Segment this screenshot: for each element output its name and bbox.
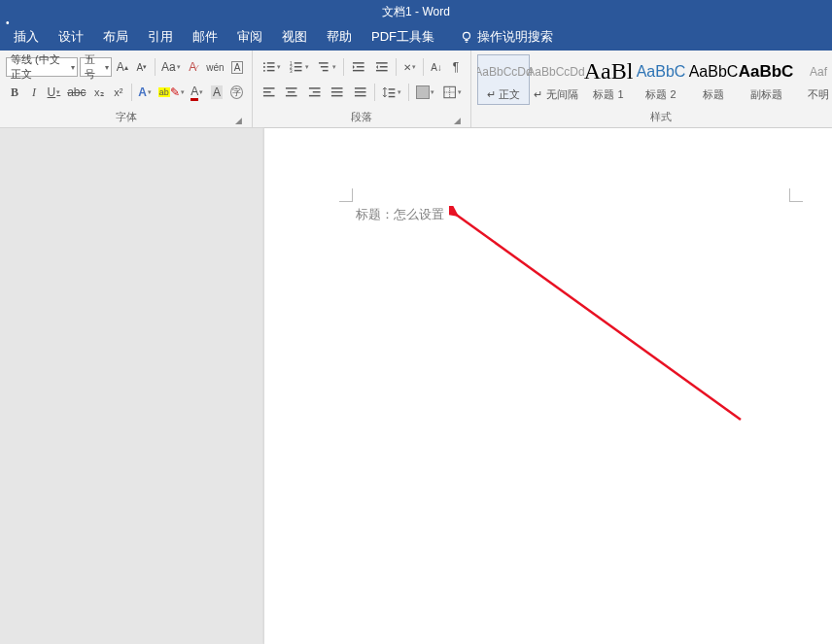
svg-rect-20 bbox=[380, 66, 388, 67]
shading-button[interactable]: ▾ bbox=[413, 83, 436, 102]
highlight-button[interactable]: ab✎▾ bbox=[156, 83, 187, 102]
styles-gallery[interactable]: AaBbCcDd↵ 正文AaBbCcDd↵ 无间隔AaBl标题 1AaBbC标题… bbox=[477, 54, 832, 110]
style-tile[interactable]: Aaf不明 bbox=[792, 54, 832, 105]
font-size-combo[interactable]: 五号 bbox=[80, 57, 112, 77]
group-paragraph: ▾ 123▾ ▾ ✕▾ A↓ ¶ ▾ ▾ bbox=[253, 51, 471, 127]
show-marks-button[interactable]: ¶ bbox=[447, 57, 465, 77]
tab-insert[interactable]: 插入 bbox=[4, 23, 49, 51]
svg-rect-22 bbox=[263, 87, 275, 88]
subscript-button[interactable]: x₂ bbox=[90, 83, 108, 102]
asian-layout-button[interactable]: ✕▾ bbox=[400, 57, 419, 77]
decrease-indent-button[interactable] bbox=[348, 57, 369, 77]
svg-rect-16 bbox=[353, 62, 364, 63]
style-name: 标题 2 bbox=[645, 87, 676, 102]
tab-mailings[interactable]: 邮件 bbox=[183, 23, 227, 51]
char-shading-button[interactable]: A bbox=[208, 83, 225, 102]
svg-rect-29 bbox=[313, 91, 321, 92]
sort-button[interactable]: A↓ bbox=[428, 57, 445, 77]
align-left-icon bbox=[261, 85, 276, 100]
svg-rect-2 bbox=[267, 62, 275, 63]
clear-format-button[interactable]: A⁄ bbox=[185, 57, 202, 77]
outdent-icon bbox=[351, 59, 366, 75]
line-spacing-button[interactable]: ▾ bbox=[379, 83, 404, 102]
align-justify-button[interactable] bbox=[327, 83, 347, 102]
style-name: ↵ 正文 bbox=[487, 87, 520, 102]
style-tile[interactable]: AaBbC副标题 bbox=[740, 54, 792, 105]
document-area: 标题：怎么设置 bbox=[0, 128, 832, 644]
svg-rect-8 bbox=[295, 62, 302, 63]
tab-design[interactable]: 设计 bbox=[49, 23, 93, 51]
tab-pdf-tools[interactable]: PDF工具集 bbox=[362, 23, 444, 51]
shade-icon bbox=[416, 85, 429, 99]
align-center-button[interactable] bbox=[281, 83, 301, 102]
style-tile[interactable]: AaBbC标题 2 bbox=[635, 54, 687, 105]
char-border-button[interactable]: A bbox=[228, 57, 246, 77]
tab-layout[interactable]: 布局 bbox=[93, 23, 138, 51]
svg-rect-31 bbox=[331, 87, 343, 88]
svg-rect-38 bbox=[389, 92, 396, 93]
svg-rect-21 bbox=[376, 70, 388, 71]
multilevel-icon bbox=[317, 59, 331, 75]
title-bar: • 文档1 - Word bbox=[0, 0, 832, 23]
page-gutter bbox=[0, 128, 264, 644]
align-left-button[interactable] bbox=[259, 83, 279, 102]
svg-rect-10 bbox=[295, 66, 302, 67]
style-tile[interactable]: AaBbC标题 bbox=[687, 54, 740, 105]
tab-help[interactable]: 帮助 bbox=[317, 23, 362, 51]
style-name: 标题 bbox=[703, 87, 724, 102]
numbering-icon: 123 bbox=[289, 59, 303, 75]
align-center-icon bbox=[284, 85, 298, 100]
strikethrough-button[interactable]: abc bbox=[65, 83, 88, 102]
svg-rect-15 bbox=[323, 70, 329, 71]
svg-rect-35 bbox=[355, 91, 366, 92]
align-right-icon bbox=[307, 85, 322, 100]
align-right-button[interactable] bbox=[304, 83, 325, 102]
svg-text:3: 3 bbox=[290, 69, 293, 74]
style-preview: AaBbC bbox=[689, 58, 739, 85]
bold-button[interactable]: B bbox=[6, 83, 23, 102]
borders-button[interactable]: ▾ bbox=[439, 83, 465, 102]
font-family-combo[interactable]: 等线 (中文正文 bbox=[6, 57, 78, 77]
text-effects-button[interactable]: A▾ bbox=[136, 83, 155, 102]
tell-me-label: 操作说明搜索 bbox=[477, 28, 553, 46]
font-dialog-launcher[interactable]: ◢ bbox=[232, 114, 244, 125]
tab-review[interactable]: 审阅 bbox=[227, 23, 272, 51]
style-tile[interactable]: AaBbCcDd↵ 正文 bbox=[477, 54, 530, 105]
document-page[interactable]: 标题：怎么设置 bbox=[264, 128, 832, 644]
font-group-label: 字体 ◢ bbox=[6, 110, 246, 127]
svg-rect-25 bbox=[286, 87, 297, 88]
numbering-button[interactable]: 123▾ bbox=[286, 57, 311, 77]
style-tile[interactable]: AaBl标题 1 bbox=[582, 54, 635, 105]
style-tile[interactable]: AaBbCcDd↵ 无间隔 bbox=[530, 54, 582, 105]
window-title: 文档1 - Word bbox=[382, 4, 450, 20]
tell-me-search[interactable]: 操作说明搜索 bbox=[452, 28, 561, 46]
svg-rect-17 bbox=[357, 66, 364, 67]
margin-mark-tr bbox=[789, 188, 803, 202]
svg-rect-33 bbox=[331, 95, 343, 96]
margin-mark-tl bbox=[339, 188, 353, 202]
document-text[interactable]: 标题：怎么设置 bbox=[356, 206, 444, 223]
change-case-button[interactable]: Aa▾ bbox=[159, 57, 183, 77]
align-distributed-button[interactable] bbox=[350, 83, 370, 102]
underline-button[interactable]: U▾ bbox=[45, 83, 63, 102]
italic-button[interactable]: I bbox=[25, 83, 43, 102]
font-color-button[interactable]: A▾ bbox=[189, 83, 206, 102]
shrink-font-button[interactable]: A▾ bbox=[133, 57, 151, 77]
svg-rect-30 bbox=[309, 95, 321, 96]
svg-rect-32 bbox=[331, 91, 343, 92]
svg-rect-34 bbox=[355, 87, 366, 88]
grow-font-button[interactable]: A▴ bbox=[114, 57, 131, 77]
tab-references[interactable]: 引用 bbox=[138, 23, 183, 51]
svg-rect-24 bbox=[263, 95, 275, 96]
svg-rect-26 bbox=[288, 91, 295, 92]
multilevel-button[interactable]: ▾ bbox=[314, 57, 339, 77]
phonetic-guide-button[interactable]: wén bbox=[204, 57, 226, 77]
enclose-char-button[interactable]: 字 bbox=[227, 83, 246, 102]
svg-point-1 bbox=[263, 62, 265, 64]
para-dialog-launcher[interactable]: ◢ bbox=[451, 114, 463, 125]
align-dist-icon bbox=[353, 85, 367, 100]
tab-view[interactable]: 视图 bbox=[272, 23, 317, 51]
bullets-button[interactable]: ▾ bbox=[259, 57, 284, 77]
increase-indent-button[interactable] bbox=[371, 57, 393, 77]
superscript-button[interactable]: x² bbox=[110, 83, 127, 102]
